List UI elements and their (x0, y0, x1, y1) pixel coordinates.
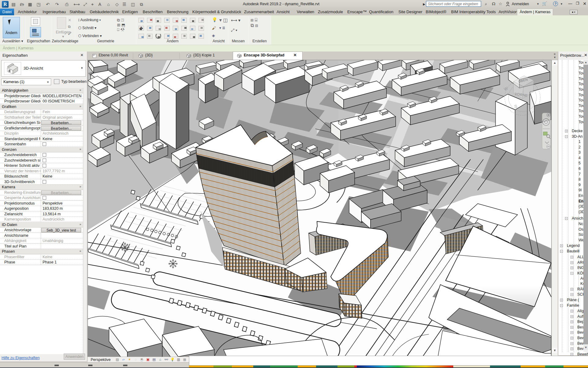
svg-text:S: S (514, 104, 517, 109)
